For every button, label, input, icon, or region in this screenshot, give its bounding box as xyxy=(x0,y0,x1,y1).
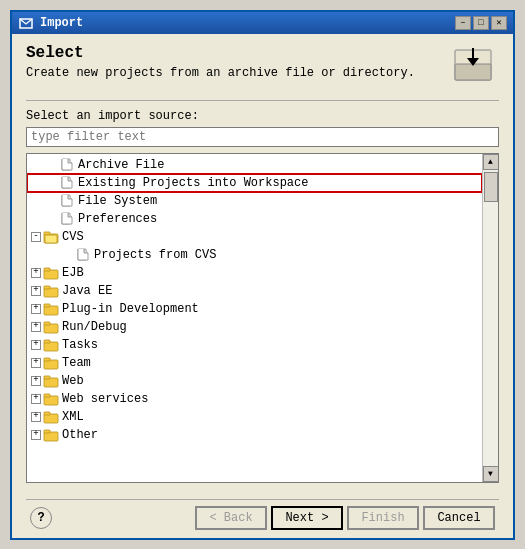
scroll-track xyxy=(483,170,498,466)
bottom-divider xyxy=(26,499,499,500)
tree-item-cvs[interactable]: - CVS xyxy=(27,228,482,246)
folder-icon-plugin-dev xyxy=(43,302,59,316)
tree-item-plugin-dev[interactable]: + Plug-in Development xyxy=(27,300,482,318)
tree-label-team: Team xyxy=(62,356,91,370)
svg-rect-20 xyxy=(44,322,50,325)
cancel-button[interactable]: Cancel xyxy=(423,506,495,530)
tree-label-other: Other xyxy=(62,428,98,442)
minimize-button[interactable]: – xyxy=(455,16,471,30)
svg-rect-2 xyxy=(455,64,491,80)
folder-open-icon-cvs xyxy=(43,230,59,244)
svg-rect-14 xyxy=(44,268,50,271)
filter-input[interactable] xyxy=(26,127,499,147)
scrollbar: ▲ ▼ xyxy=(482,154,498,482)
window-icon xyxy=(18,15,34,31)
expand-btn-xml[interactable]: + xyxy=(31,412,41,422)
tree-item-java-ee[interactable]: + Java EE xyxy=(27,282,482,300)
tree-item-tasks[interactable]: + Tasks xyxy=(27,336,482,354)
svg-rect-22 xyxy=(44,340,50,343)
title-bar-left: Import xyxy=(18,15,83,31)
tree-item-xml[interactable]: + XML xyxy=(27,408,482,426)
header-row: Select Create new projects from an archi… xyxy=(26,44,499,92)
expand-btn-team[interactable]: + xyxy=(31,358,41,368)
next-button[interactable]: Next > xyxy=(271,506,343,530)
help-button[interactable]: ? xyxy=(30,507,52,529)
expand-btn-ejb[interactable]: + xyxy=(31,268,41,278)
folder-icon-web xyxy=(43,374,59,388)
close-button[interactable]: ✕ xyxy=(491,16,507,30)
no-expand-projects-from-cvs xyxy=(63,250,73,260)
title-buttons: – □ ✕ xyxy=(455,16,507,30)
no-expand-archive-file xyxy=(47,160,57,170)
folder-icon-java-ee xyxy=(43,284,59,298)
tree-item-other[interactable]: + Other xyxy=(27,426,482,444)
page-title: Select xyxy=(26,44,437,62)
folder-icon-ejb xyxy=(43,266,59,280)
tree-label-xml: XML xyxy=(62,410,84,424)
scroll-up-arrow[interactable]: ▲ xyxy=(483,154,499,170)
svg-rect-28 xyxy=(44,394,50,397)
expand-btn-web[interactable]: + xyxy=(31,376,41,386)
tree-label-plugin-dev: Plug-in Development xyxy=(62,302,199,316)
title-bar: Import – □ ✕ xyxy=(12,12,513,34)
tree-item-web[interactable]: + Web xyxy=(27,372,482,390)
header-divider xyxy=(26,100,499,101)
tree-item-ejb[interactable]: + EJB xyxy=(27,264,482,282)
no-expand-existing-projects xyxy=(47,178,57,188)
folder-icon-web-services xyxy=(43,392,59,406)
finish-button[interactable]: Finish xyxy=(347,506,419,530)
expand-btn-other[interactable]: + xyxy=(31,430,41,440)
tree-item-file-system[interactable]: File System xyxy=(27,192,482,210)
tree-item-web-services[interactable]: + Web services xyxy=(27,390,482,408)
expand-btn-tasks[interactable]: + xyxy=(31,340,41,350)
tree-item-preferences[interactable]: Preferences xyxy=(27,210,482,228)
tree-label-java-ee: Java EE xyxy=(62,284,112,298)
header-text-block: Select Create new projects from an archi… xyxy=(26,44,437,90)
folder-icon-xml xyxy=(43,410,59,424)
tree-item-archive-file[interactable]: Archive File xyxy=(27,156,482,174)
tree-item-projects-from-cvs[interactable]: Projects from CVS xyxy=(27,246,482,264)
nav-buttons: < Back Next > Finish Cancel xyxy=(195,506,495,530)
svg-rect-11 xyxy=(45,235,57,243)
scroll-down-arrow[interactable]: ▼ xyxy=(483,466,499,482)
window-title: Import xyxy=(40,16,83,30)
expand-btn-plugin-dev[interactable]: + xyxy=(31,304,41,314)
tree-label-file-system: File System xyxy=(78,194,157,208)
tree-container: Archive File Existing Projects into Work… xyxy=(26,153,499,483)
expand-btn-java-ee[interactable]: + xyxy=(31,286,41,296)
tree-item-team[interactable]: + Team xyxy=(27,354,482,372)
filter-label: Select an import source: xyxy=(26,109,499,123)
back-button[interactable]: < Back xyxy=(195,506,267,530)
tree-label-tasks: Tasks xyxy=(62,338,98,352)
tree-list[interactable]: Archive File Existing Projects into Work… xyxy=(27,154,482,482)
import-dialog: Import – □ ✕ Select Create new projects … xyxy=(10,10,515,540)
svg-rect-24 xyxy=(44,358,50,361)
tree-item-existing-projects[interactable]: Existing Projects into Workspace xyxy=(27,174,482,192)
svg-rect-32 xyxy=(44,430,50,433)
file-icon-projects-from-cvs xyxy=(75,248,91,262)
tree-label-run-debug: Run/Debug xyxy=(62,320,127,334)
expand-btn-web-services[interactable]: + xyxy=(31,394,41,404)
content-area: Select Create new projects from an archi… xyxy=(12,34,513,493)
svg-rect-10 xyxy=(44,232,50,235)
file-icon-preferences xyxy=(59,212,75,226)
scroll-thumb[interactable] xyxy=(484,172,498,202)
tree-label-preferences: Preferences xyxy=(78,212,157,226)
file-icon-archive-file xyxy=(59,158,75,172)
svg-rect-30 xyxy=(44,412,50,415)
expand-btn-cvs[interactable]: - xyxy=(31,232,41,242)
maximize-button[interactable]: □ xyxy=(473,16,489,30)
tree-item-run-debug[interactable]: + Run/Debug xyxy=(27,318,482,336)
import-graphic xyxy=(447,44,499,92)
tree-label-web-services: Web services xyxy=(62,392,148,406)
tree-label-web: Web xyxy=(62,374,84,388)
expand-btn-run-debug[interactable]: + xyxy=(31,322,41,332)
page-subtitle: Create new projects from an archive file… xyxy=(26,66,437,80)
bottom-area: ? < Back Next > Finish Cancel xyxy=(12,493,513,538)
file-icon-existing-projects xyxy=(59,176,75,190)
tree-label-projects-from-cvs: Projects from CVS xyxy=(94,248,216,262)
tree-label-existing-projects: Existing Projects into Workspace xyxy=(78,176,308,190)
svg-rect-18 xyxy=(44,304,50,307)
folder-icon-run-debug xyxy=(43,320,59,334)
tree-label-ejb: EJB xyxy=(62,266,84,280)
